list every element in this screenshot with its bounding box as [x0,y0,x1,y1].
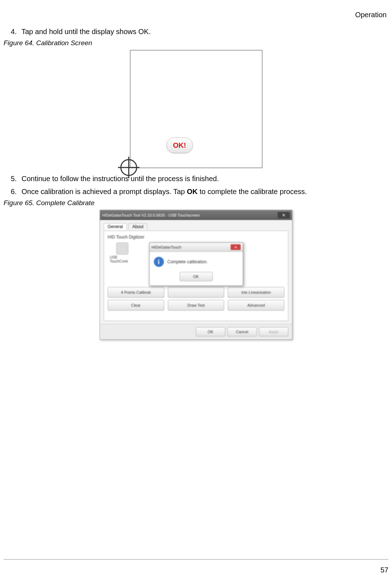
step-4: 4. Tap and hold until the display shows … [11,26,388,37]
calibration-screen: OK! [130,50,263,168]
dialog-close-icon[interactable]: ✕ [231,244,241,250]
dialog-ok-button[interactable]: OK [180,272,213,281]
step-6: 6. Once calibration is achieved a prompt… [11,186,388,197]
linearization-button[interactable]: ints Linearization [228,287,284,298]
window-cancel-button[interactable]: Cancel [227,327,257,336]
middle-button[interactable] [168,287,225,298]
device-item[interactable]: USB TouchContr [110,242,135,263]
four-points-calibration-button[interactable]: 4 Points Calibrati [108,287,164,298]
dialog-titlebar: HIDeGalaxTouch ✕ [150,243,243,252]
info-icon: i [154,257,164,267]
figure-65: HIDeGalaxTouch Tool V2.10.0.5826 - USB T… [4,210,388,340]
section-header: Operation [4,11,388,19]
tool-window: HIDeGalaxTouch Tool V2.10.0.5826 - USB T… [100,210,292,340]
tab-about[interactable]: About [128,223,147,230]
clear-button[interactable]: Clear [108,300,164,311]
window-title: HIDeGalaxTouch Tool V2.10.0.5826 - USB T… [102,213,200,217]
draw-test-button[interactable]: Draw Test [168,300,225,311]
step-text-suffix: to complete the calibrate process. [198,188,307,195]
device-icon [116,242,128,255]
advanced-button[interactable]: Advanced [228,300,284,311]
close-icon[interactable]: ✕ [278,212,290,218]
bottom-bar: OK Cancel Apply [100,324,292,339]
crosshair-icon [118,157,140,178]
step-text: Tap and hold until the display shows OK. [22,26,388,37]
device-label: USB TouchContr [110,255,135,263]
step-text: Once calibration is achieved a prompt di… [22,186,388,197]
step-number: 6. [11,186,22,197]
dialog-message: Complete calibration. [167,259,208,264]
step-text-bold: OK [187,188,198,195]
step-number: 5. [11,173,22,184]
step-number: 4. [11,26,22,37]
step-text: Continue to follow the instructions unti… [22,173,388,184]
dialog-title: HIDeGalaxTouch [152,245,181,249]
tab-general[interactable]: General [104,223,127,230]
step-text-prefix: Once calibration is achieved a prompt di… [22,188,187,195]
step-5: 5. Continue to follow the instructions u… [11,173,388,184]
figure-64: OK! [4,50,388,168]
page-footer: 57 [4,559,388,574]
figure-64-caption: Figure 64. Calibration Screen [4,39,388,47]
figure-65-caption: Figure 65. Complete Calibrate [4,199,388,207]
panel-header: HID Touch Digitizer [108,235,284,240]
page-number: 57 [381,566,388,574]
ok-badge: OK! [166,137,193,153]
titlebar: HIDeGalaxTouch Tool V2.10.0.5826 - USB T… [100,210,292,220]
window-apply-button[interactable]: Apply [259,327,288,336]
calibration-dialog: HIDeGalaxTouch ✕ i Complete calibration.… [149,242,243,286]
window-ok-button[interactable]: OK [196,327,225,336]
